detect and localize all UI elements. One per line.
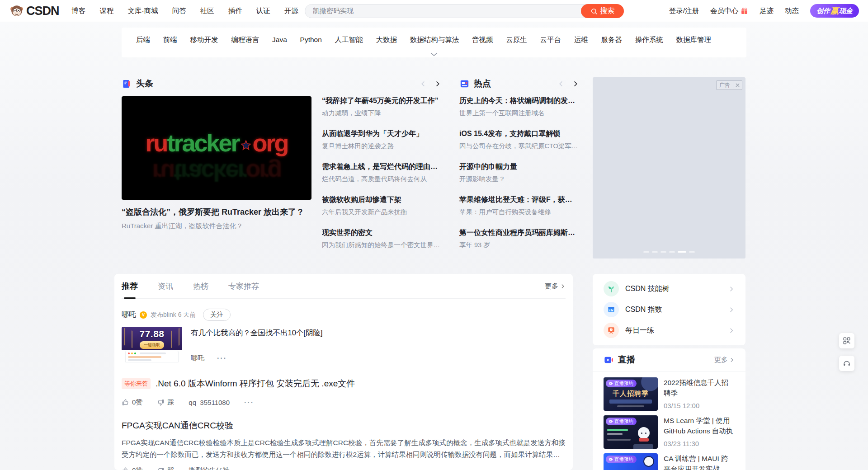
tab-recommended[interactable]: 推荐 <box>122 274 138 299</box>
live-more-link[interactable]: 更多 <box>714 356 735 364</box>
live-thumbnail[interactable]: 直播预约 <box>604 415 658 449</box>
article-title[interactable]: FPGA实现CAN通信CRC校验 <box>122 420 566 432</box>
nav-courses[interactable]: 课程 <box>100 6 114 16</box>
ad-dot[interactable] <box>669 251 675 253</box>
hotspot-item[interactable]: 历史上的今天：格状编码调制的发… 世界上第一个互联网注册域名 <box>459 96 580 129</box>
live-item-title[interactable]: MS Learn 学堂 | 使用 GitHub Actions 自动执行… <box>664 415 735 437</box>
search-button[interactable]: 搜索 <box>581 4 624 18</box>
csdn-logo[interactable]: CSDN <box>10 4 59 18</box>
hotspot-item-title[interactable]: iOS 15.4发布，支持戴口罩解锁 <box>459 129 580 139</box>
sidebar-item-csdn-index[interactable]: CSDN 指数 <box>593 299 745 320</box>
live-item[interactable]: 直播预约 MS Learn 学堂 | 使用 GitHub Actions 自动执… <box>604 415 735 449</box>
headline-item[interactable]: 被微软收购后却惨遭下架 六年后我又开发新产品来抗衡 <box>322 195 443 228</box>
ad-banner[interactable]: 广告 <box>593 77 745 258</box>
article-author[interactable]: 撕裂的牛仔裤 <box>189 466 229 470</box>
headline-main-image[interactable]: rutrackerorg rutrackerorg <box>122 96 311 200</box>
more-actions-icon[interactable]: ··· <box>244 399 254 407</box>
category-bigdata[interactable]: 大数据 <box>376 35 397 45</box>
sidebar-item-skill-tree[interactable]: CSDN 技能树 <box>593 278 745 299</box>
blink-text[interactable]: 有几个比我高的？全国找不出10个[阴险] <box>191 328 566 338</box>
hotspot-item[interactable]: iOS 15.4发布，支持戴口罩解锁 因与公司存在分歧，寒武纪原CTO梁军… <box>459 129 580 162</box>
hotspot-item-title[interactable]: 开源中的巾帼力量 <box>459 162 580 172</box>
question-author[interactable]: qq_35511080 <box>189 399 230 406</box>
hotspot-item-title[interactable]: 第一位女性商业程序员玛丽库姆斯… <box>459 228 580 238</box>
floating-qrcode-button[interactable] <box>839 333 854 348</box>
like-action[interactable]: 0赞 <box>122 466 142 470</box>
footprints-link[interactable]: 足迹 <box>760 6 774 16</box>
nav-library-mall[interactable]: 文库·商城 <box>128 6 158 16</box>
hotspots-next-icon[interactable] <box>572 80 579 87</box>
live-thumbnail[interactable]: 直播预约 千人招聘季 <box>604 377 658 411</box>
nav-certification[interactable]: 认证 <box>256 6 270 16</box>
category-cloudnative[interactable]: 云原生 <box>506 35 527 45</box>
nav-opensource[interactable]: 开源 <box>284 6 298 16</box>
more-actions-icon[interactable]: ··· <box>244 467 254 470</box>
feed-more-link[interactable]: 更多 <box>545 282 566 291</box>
blink-footer-author[interactable]: 哪吒 <box>191 354 204 362</box>
hotspot-item[interactable]: 第一位女性商业程序员玛丽库姆斯… 享年 93 岁 <box>459 228 580 261</box>
nav-plugins[interactable]: 插件 <box>228 6 242 16</box>
category-os[interactable]: 操作系统 <box>635 35 663 45</box>
category-python[interactable]: Python <box>300 36 322 44</box>
blink-thumbnail[interactable]: 77.88 一键领取 <box>122 327 182 364</box>
search-input[interactable] <box>305 5 581 18</box>
headline-item[interactable]: 现实世界的密文 因为我们所感知的始终是一个密文世界… <box>322 228 443 261</box>
live-item[interactable]: 直播预约 千人招聘季 2022拓维信息千人招聘季 03/15 12:00 <box>604 377 735 411</box>
nav-community[interactable]: 社区 <box>200 6 214 16</box>
live-item[interactable]: 直播预约 CA训练营 CA 训练营 | MAUI 跨平台应用开发实战 <box>604 453 735 470</box>
headline-item[interactable]: 需求着急上线，是写烂代码的理由… 烂代码当道，高质量代码将何去何从 <box>322 162 443 195</box>
like-action[interactable]: 0赞 <box>122 398 142 407</box>
headline-item-title[interactable]: “我辞掉了年薪45万美元的开发工作” <box>322 96 443 106</box>
category-mobile[interactable]: 移动开发 <box>190 35 218 45</box>
blink-author[interactable]: 哪吒 <box>122 310 136 320</box>
live-item-title[interactable]: 2022拓维信息千人招聘季 <box>664 377 735 399</box>
hotspot-item[interactable]: 开源中的巾帼力量 开源影响发量？ <box>459 162 580 195</box>
category-ops[interactable]: 运维 <box>574 35 588 45</box>
category-backend[interactable]: 后端 <box>136 35 150 45</box>
headline-item[interactable]: 从面临退学到华为「天才少年」 复旦博士林田的逆袭之路 <box>322 129 443 162</box>
tab-hotlist[interactable]: 热榜 <box>193 274 208 299</box>
ad-dot[interactable] <box>660 251 666 253</box>
headline-main-caption[interactable]: “盗版合法化”，俄罗斯要把 RuTracker 放出来了？ <box>122 207 311 217</box>
ad-dot-active[interactable] <box>678 251 686 253</box>
follow-button[interactable]: 关注 <box>203 309 231 321</box>
nav-blog[interactable]: 博客 <box>72 6 86 16</box>
hotspots-prev-icon[interactable] <box>558 80 565 87</box>
hotspot-item-title[interactable]: 苹果维修堪比登天难：评级F，获… <box>459 195 580 205</box>
dislike-action[interactable]: 踩 <box>157 466 174 470</box>
question-title[interactable]: .Net 6.0 版本Winform 程序打包 安装完后无 .exe文件 <box>156 378 355 390</box>
ad-dot[interactable] <box>689 251 695 253</box>
login-register-link[interactable]: 登录/注册 <box>669 6 699 16</box>
category-languages[interactable]: 编程语言 <box>231 35 259 45</box>
nav-qa[interactable]: 问答 <box>172 6 186 16</box>
category-server[interactable]: 服务器 <box>601 35 622 45</box>
headlines-prev-icon[interactable] <box>420 80 427 87</box>
headline-item[interactable]: “我辞掉了年薪45万美元的开发工作” 动力减弱，业绩下降 <box>322 96 443 129</box>
hotspot-item[interactable]: 苹果维修堪比登天难：评级F，获… 苹果：用户可自行购买设备维修 <box>459 195 580 228</box>
member-center-link[interactable]: 会员中心 <box>710 6 748 16</box>
live-item-title[interactable]: CA 训练营 | MAUI 跨平台应用开发实战 <box>664 453 735 470</box>
ad-close-icon[interactable] <box>733 83 742 88</box>
floating-support-button[interactable] <box>839 356 854 371</box>
category-audio-video[interactable]: 音视频 <box>472 35 493 45</box>
moments-link[interactable]: 动态 <box>785 6 799 16</box>
tab-news[interactable]: 资讯 <box>158 274 173 299</box>
category-frontend[interactable]: 前端 <box>163 35 177 45</box>
category-java[interactable]: Java <box>272 36 287 44</box>
creation-earn-cash-badge[interactable]: 创作赢现金 <box>810 4 859 18</box>
category-cloudplatform[interactable]: 云平台 <box>540 35 561 45</box>
headline-item-title[interactable]: 需求着急上线，是写烂代码的理由… <box>322 162 443 172</box>
category-database[interactable]: 数据库管理 <box>676 35 712 45</box>
headline-item-title[interactable]: 被微软收购后却惨遭下架 <box>322 195 443 205</box>
category-ai[interactable]: 人工智能 <box>335 35 363 45</box>
ad-dot[interactable] <box>643 251 649 253</box>
article-excerpt[interactable]: FPGA实现CAN通信CRC校验检验本质上是CRC检验生成多项式理解CRC校验，… <box>122 437 566 460</box>
ad-dot[interactable] <box>652 251 658 253</box>
more-actions-icon[interactable]: ··· <box>217 354 227 362</box>
category-datastructures[interactable]: 数据结构与算法 <box>410 35 459 45</box>
live-thumbnail[interactable]: 直播预约 CA训练营 <box>604 453 658 470</box>
dislike-action[interactable]: 踩 <box>157 398 174 407</box>
sidebar-item-daily-practice[interactable]: 每日一练 <box>593 320 745 341</box>
headline-item-title[interactable]: 从面临退学到华为「天才少年」 <box>322 129 443 139</box>
headline-item-title[interactable]: 现实世界的密文 <box>322 228 443 238</box>
